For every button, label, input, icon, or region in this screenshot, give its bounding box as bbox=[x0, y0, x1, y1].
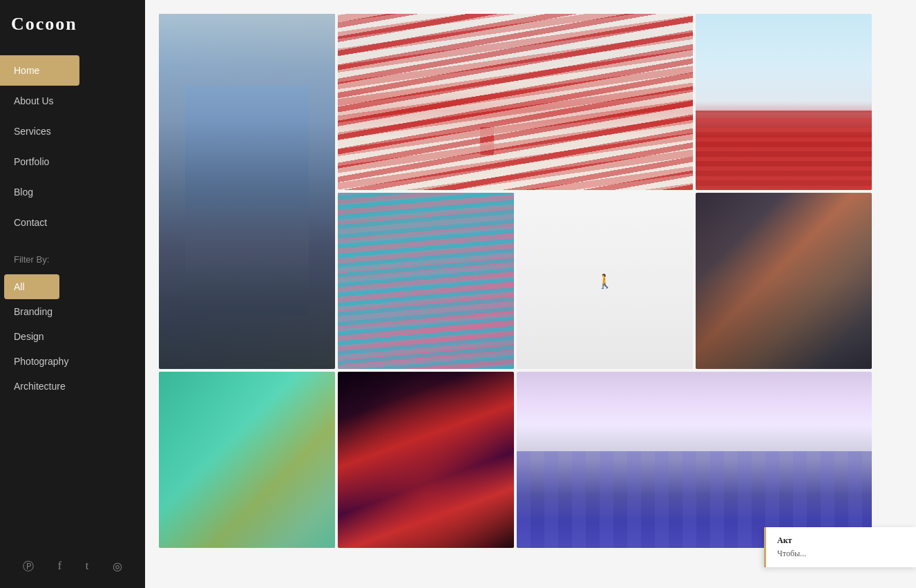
notification-popup[interactable]: Акт Чтобы... bbox=[764, 527, 916, 567]
gallery-item-lone-walker[interactable]: 🚶 bbox=[517, 193, 693, 369]
main-content: 🚶 Акт Чтобы... bbox=[145, 0, 916, 588]
gallery-item-red-building[interactable] bbox=[696, 14, 872, 190]
gallery-item-red-waves[interactable] bbox=[338, 14, 693, 190]
filter-architecture[interactable]: Architecture bbox=[14, 374, 131, 399]
social-icons-bar: Ⓟ f t ◎ bbox=[0, 560, 145, 574]
nav-item-blog[interactable]: Blog bbox=[0, 177, 145, 207]
twitter-icon[interactable]: t bbox=[86, 560, 88, 574]
gallery-item-fashion-man[interactable] bbox=[159, 14, 335, 369]
filter-section: Filter By: All Branding Design Photograp… bbox=[0, 254, 145, 399]
instagram-icon[interactable]: ◎ bbox=[113, 560, 122, 574]
nav-item-about[interactable]: About Us bbox=[0, 86, 145, 116]
notification-title: Акт bbox=[777, 535, 905, 546]
sidebar: Cocoon Home About Us Services Portfolio … bbox=[0, 0, 145, 588]
filter-design[interactable]: Design bbox=[14, 324, 131, 349]
nav-item-services[interactable]: Services bbox=[0, 116, 145, 146]
gallery-item-hand-neon[interactable] bbox=[338, 372, 514, 548]
notification-body: Чтобы... bbox=[777, 549, 905, 559]
walker-figure: 🚶 bbox=[596, 273, 613, 290]
logo: Cocoon bbox=[0, 0, 145, 55]
filter-label: Filter By: bbox=[14, 254, 131, 265]
facebook-icon[interactable]: f bbox=[58, 560, 61, 574]
pinterest-icon[interactable]: Ⓟ bbox=[23, 560, 34, 574]
gallery-item-fashion-group[interactable] bbox=[159, 372, 335, 548]
gallery-item-modern-building[interactable] bbox=[517, 372, 872, 548]
filter-branding[interactable]: Branding bbox=[14, 299, 131, 324]
gallery-item-teal-building[interactable] bbox=[338, 193, 514, 369]
filter-list: All Branding Design Photography Architec… bbox=[14, 274, 131, 399]
nav-item-contact[interactable]: Contact bbox=[0, 207, 145, 238]
gallery-item-portrait-woman[interactable] bbox=[696, 193, 872, 369]
filter-all[interactable]: All bbox=[4, 274, 59, 299]
nav-item-portfolio[interactable]: Portfolio bbox=[0, 146, 145, 177]
main-nav: Home About Us Services Portfolio Blog Co… bbox=[0, 55, 145, 238]
photo-grid: 🚶 bbox=[145, 0, 916, 588]
filter-photography[interactable]: Photography bbox=[14, 349, 131, 374]
nav-item-home[interactable]: Home bbox=[0, 55, 79, 86]
